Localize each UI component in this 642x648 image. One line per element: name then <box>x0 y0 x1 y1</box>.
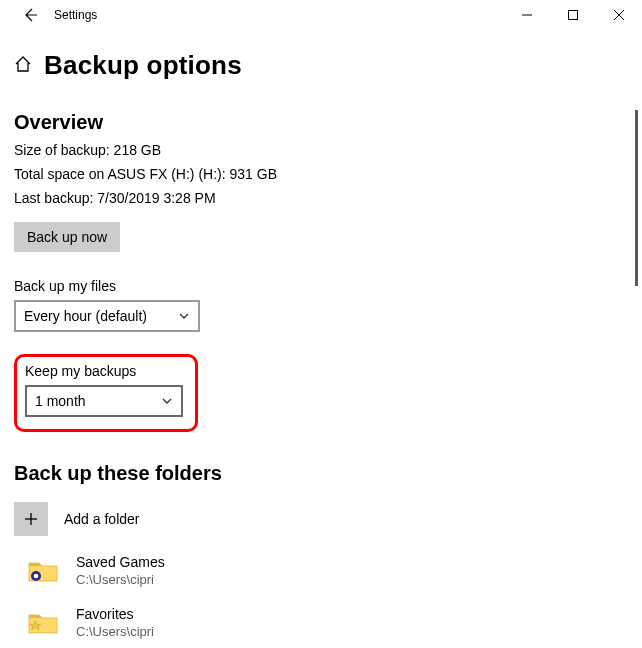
window-controls <box>504 0 642 30</box>
backup-frequency-label: Back up my files <box>14 278 628 294</box>
folder-item[interactable]: Saved Games C:\Users\cipri <box>14 545 628 597</box>
content-area: Overview Size of backup: 218 GB Total sp… <box>0 91 642 648</box>
window-title: Settings <box>54 8 97 22</box>
folders-heading: Back up these folders <box>14 462 628 485</box>
keep-backups-label: Keep my backups <box>25 363 185 379</box>
keep-backups-select[interactable]: 1 month <box>25 385 183 417</box>
folder-item[interactable]: Favorites C:\Users\cipri <box>14 597 628 648</box>
chevron-down-icon <box>161 395 173 407</box>
plus-icon <box>23 511 39 527</box>
keep-backups-value: 1 month <box>35 393 86 409</box>
overview-heading: Overview <box>14 111 628 134</box>
close-button[interactable] <box>596 0 642 30</box>
folder-icon <box>26 606 60 640</box>
back-button[interactable] <box>8 0 48 30</box>
folder-name: Saved Games <box>76 554 165 571</box>
home-icon[interactable] <box>14 55 32 77</box>
keep-backups-highlight: Keep my backups 1 month <box>14 354 198 432</box>
backup-frequency-value: Every hour (default) <box>24 308 147 324</box>
total-space-line: Total space on ASUS FX (H:) (H:): 931 GB <box>14 162 628 186</box>
maximize-button[interactable] <box>550 0 596 30</box>
folder-path: C:\Users\cipri <box>76 623 154 640</box>
folder-path: C:\Users\cipri <box>76 571 165 588</box>
folder-icon <box>26 554 60 588</box>
minimize-icon <box>522 10 532 20</box>
maximize-icon <box>568 10 578 20</box>
add-folder-label: Add a folder <box>64 511 140 528</box>
add-folder-row[interactable]: Add a folder <box>14 493 628 545</box>
backup-size-line: Size of backup: 218 GB <box>14 138 628 162</box>
minimize-button[interactable] <box>504 0 550 30</box>
chevron-down-icon <box>178 310 190 322</box>
backup-frequency-select[interactable]: Every hour (default) <box>14 300 200 332</box>
close-icon <box>614 10 624 20</box>
arrow-left-icon <box>22 7 38 23</box>
svg-point-7 <box>34 574 39 579</box>
titlebar: Settings <box>0 0 642 30</box>
page-title: Backup options <box>44 50 242 81</box>
folder-name: Favorites <box>76 606 154 623</box>
add-folder-button[interactable] <box>14 502 48 536</box>
last-backup-line: Last backup: 7/30/2019 3:28 PM <box>14 186 628 210</box>
scrollbar[interactable] <box>635 110 638 286</box>
backup-now-button[interactable]: Back up now <box>14 222 120 252</box>
page-header: Backup options <box>0 30 642 91</box>
svg-rect-1 <box>569 11 578 20</box>
